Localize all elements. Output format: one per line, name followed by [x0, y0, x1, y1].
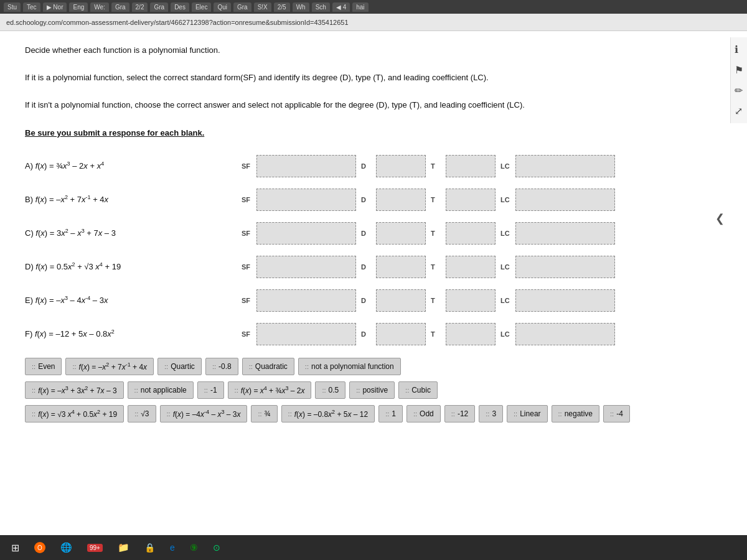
d-label-c: D [361, 230, 374, 237]
drag-fx-x4-frac[interactable]: :: f(x) = x4 + ¾x3 – 2x [228, 381, 312, 399]
d-input-d[interactable] [376, 256, 426, 278]
drag-handle: :: [322, 386, 326, 394]
lc-input-f[interactable] [515, 323, 615, 345]
sf-label-a: SF [242, 162, 254, 170]
drag-negative[interactable]: :: negative [552, 405, 600, 422]
drag-neg12[interactable]: :: -12 [444, 405, 475, 422]
lc-input-a[interactable] [515, 155, 615, 177]
sf-input-a[interactable] [256, 155, 356, 177]
d-input-c[interactable] [376, 222, 426, 245]
drag-handle: :: [134, 386, 138, 394]
lc-input-e[interactable] [515, 289, 615, 312]
drag-neg1[interactable]: :: -1 [197, 381, 224, 399]
lc-input-d[interactable] [515, 256, 615, 278]
drag-sqrt3[interactable]: :: √3 [128, 405, 156, 422]
drag-fx-neg4x-label: f(x) = –4x-4 – x3 – 3x [173, 409, 241, 419]
tab-nor[interactable]: ▶ Nor [43, 2, 67, 12]
drag-three[interactable]: :: 3 [479, 405, 503, 422]
sf-input-e[interactable] [256, 289, 356, 312]
drag-34[interactable]: :: ¾ [251, 405, 277, 422]
field-group-a-d: D [361, 155, 426, 177]
d-label-d: D [361, 263, 374, 271]
sf-label-f: SF [242, 330, 254, 338]
drag-fx-x4-frac-label: f(x) = x4 + ¾x3 – 2x [241, 385, 305, 395]
d-input-b[interactable] [376, 189, 426, 211]
tab-sx[interactable]: S!X [254, 2, 271, 12]
tab-22[interactable]: 2/2 [132, 2, 148, 12]
drag-even[interactable]: :: Even [25, 358, 62, 375]
drag-handle: :: [258, 410, 261, 418]
tab-tec[interactable]: Tec [23, 2, 40, 12]
drag-not-poly[interactable]: :: not a polynomial function [298, 358, 401, 375]
drag-fx-neg08x2[interactable]: :: f(x) = –0.8x2 + 5x – 12 [281, 405, 375, 422]
expand-icon[interactable]: ⤢ [735, 105, 743, 117]
info-icon[interactable]: ℹ [735, 44, 743, 55]
t-label-f: T [431, 330, 443, 338]
url-text: ed.schoology.com/common-assessment-deliv… [6, 19, 349, 26]
lc-label-e: LC [500, 297, 513, 304]
drag-odd[interactable]: :: Odd [406, 405, 441, 422]
tab-arrow4[interactable]: ◀ 4 [332, 2, 350, 12]
drag-neg08[interactable]: :: -0.8 [205, 358, 238, 375]
drag-cubic[interactable]: :: Cubic [398, 381, 438, 399]
sf-input-b[interactable] [256, 189, 356, 211]
t-input-f[interactable] [446, 323, 496, 345]
taskbar-search[interactable]: O [29, 541, 50, 541]
d-input-f[interactable] [376, 323, 426, 345]
drag-neg08-label: -0.8 [218, 362, 232, 371]
collapse-arrow[interactable]: ❮ [715, 212, 725, 225]
drag-handle: :: [235, 386, 238, 394]
t-input-b[interactable] [446, 189, 496, 211]
drag-fx-neg-x3[interactable]: :: f(x) = –x3 + 3x2 + 7x – 3 [25, 381, 124, 399]
tab-wei[interactable]: We: [90, 2, 109, 12]
drag-linear[interactable]: :: Linear [507, 405, 547, 422]
t-input-c[interactable] [446, 222, 496, 245]
lc-input-c[interactable] [515, 222, 615, 245]
tab-eng[interactable]: Eng [69, 2, 88, 12]
drag-positive[interactable]: :: positive [349, 381, 395, 399]
drag-handle: :: [385, 410, 389, 418]
drag-neg4[interactable]: :: -4 [603, 405, 630, 422]
drag-quartic[interactable]: :: Quartic [157, 358, 202, 375]
drag-fx-neg-x2[interactable]: :: f(x) = –x2 + 7x-1 + 4x [65, 358, 154, 375]
sf-input-c[interactable] [256, 222, 356, 245]
lc-label-c: LC [500, 230, 513, 237]
tab-elec[interactable]: Elec [192, 2, 211, 12]
pencil-icon[interactable]: ✏ [735, 85, 743, 96]
taskbar-edge[interactable]: 🌐 [55, 541, 77, 541]
t-input-a[interactable] [446, 155, 496, 177]
tab-25[interactable]: 2/5 [274, 2, 290, 12]
drag-fx-neg4x[interactable]: :: f(x) = –4x-4 – x3 – 3x [160, 405, 248, 422]
tab-des[interactable]: Des [171, 2, 189, 12]
d-input-e[interactable] [376, 289, 426, 312]
tab-gra3[interactable]: Gra [233, 2, 251, 12]
lc-input-b[interactable] [515, 189, 615, 211]
sf-input-d[interactable] [256, 256, 356, 278]
question-label-d: D) f(x) = 0.5x2 + √3 x4 + 19 [25, 261, 237, 271]
drag-fx-sqrt3[interactable]: :: f(x) = √3 x4 + 0.5x2 + 19 [25, 405, 124, 422]
t-input-e[interactable] [446, 289, 496, 312]
drag-quadratic[interactable]: :: Quadratic [242, 358, 294, 375]
d-label-b: D [361, 196, 374, 203]
drag-handle: :: [610, 410, 614, 418]
d-input-a[interactable] [376, 155, 426, 177]
flag-icon[interactable]: ⚑ [735, 64, 743, 76]
tab-stu[interactable]: Stu [4, 2, 21, 12]
drag-05[interactable]: :: 0.5 [315, 381, 345, 399]
drag-quartic-label: Quartic [171, 362, 195, 371]
tab-gra1[interactable]: Gra [111, 2, 129, 12]
taskbar-start[interactable]: ⊞ [6, 541, 24, 542]
tab-qui[interactable]: Qui [214, 2, 231, 12]
taskbar-file-explorer[interactable]: 📁 [113, 541, 134, 541]
drag-not-applicable[interactable]: :: not applicable [128, 381, 194, 399]
lc-label-f: LC [500, 330, 513, 338]
tab-gra2[interactable]: Gra [150, 2, 168, 12]
drag-sqrt3-label: √3 [141, 409, 149, 418]
tab-wh[interactable]: Wh [293, 2, 309, 12]
d-label-e: D [361, 297, 374, 304]
t-input-d[interactable] [446, 256, 496, 278]
drag-one[interactable]: :: 1 [378, 405, 403, 422]
sf-input-f[interactable] [256, 323, 356, 345]
tab-hai[interactable]: hai [352, 2, 368, 12]
tab-sch[interactable]: Sch [312, 2, 330, 12]
